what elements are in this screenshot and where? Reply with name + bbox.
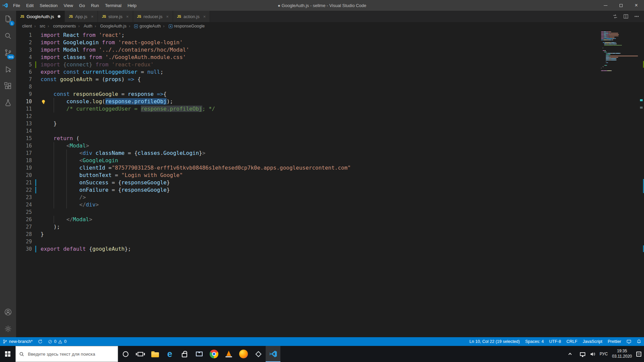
code-line[interactable]: 29 bbox=[16, 238, 644, 245]
tab-googleauth-js[interactable]: JS GoogleAuth.js bbox=[16, 11, 65, 22]
indentation-setting[interactable]: Spaces: 4 bbox=[523, 337, 547, 346]
more-actions-icon[interactable] bbox=[634, 14, 639, 19]
problems-indicator[interactable]: 0 0 bbox=[45, 337, 69, 346]
maximize-icon[interactable] bbox=[613, 0, 629, 11]
extensions-icon[interactable] bbox=[0, 78, 16, 95]
code-line[interactable]: 12 bbox=[16, 113, 644, 120]
code-line[interactable]: 20 buttonText = "Login with Google" bbox=[16, 172, 644, 179]
git-branch-indicator[interactable]: new-branch* bbox=[0, 337, 35, 346]
eol-setting[interactable]: CRLF bbox=[564, 337, 580, 346]
taskbar-search-input[interactable] bbox=[16, 346, 118, 362]
breadcrumb-auth[interactable]: Auth bbox=[76, 24, 92, 28]
encoding-setting[interactable]: UTF-8 bbox=[546, 337, 564, 346]
store-icon[interactable] bbox=[177, 346, 192, 362]
testing-beaker-icon[interactable] bbox=[0, 95, 16, 111]
minimap[interactable] bbox=[601, 32, 639, 72]
menu-run[interactable]: Run bbox=[88, 0, 102, 11]
network-icon[interactable] bbox=[580, 352, 585, 356]
breadcrumb-symbol-googleauth[interactable]: googleAuth bbox=[126, 24, 161, 28]
file-explorer-icon[interactable] bbox=[148, 346, 162, 362]
cursor-position[interactable]: Ln 10, Col 22 (19 selected) bbox=[467, 337, 523, 346]
lightbulb-icon[interactable] bbox=[42, 100, 45, 103]
breadcrumb-client[interactable]: client bbox=[22, 24, 32, 28]
code-line[interactable]: 22 onFailure = {responseGoogle} bbox=[16, 186, 644, 194]
action-center-icon[interactable] bbox=[636, 352, 641, 357]
sync-button[interactable] bbox=[35, 337, 45, 346]
app-diamond-icon[interactable] bbox=[251, 346, 266, 362]
code-line[interactable]: 21 onSuccess = {responseGoogle} bbox=[16, 179, 644, 186]
formatter-indicator[interactable]: Prettier bbox=[605, 337, 624, 346]
code-line[interactable]: 23 /> bbox=[16, 194, 644, 201]
code-line[interactable]: 16 <Modal> bbox=[16, 142, 644, 149]
code-line[interactable]: 1import React from 'react'; bbox=[16, 32, 644, 39]
code-line[interactable]: 3import Modal from '../../containers/hoc… bbox=[16, 46, 644, 54]
close-window-icon[interactable] bbox=[629, 0, 644, 11]
modified-dot-icon[interactable] bbox=[58, 15, 60, 18]
code-line[interactable]: 15 return ( bbox=[16, 135, 644, 142]
code-line[interactable]: 14 bbox=[16, 127, 644, 135]
code-line[interactable]: 5import {connect} from 'react-redux' bbox=[16, 61, 644, 68]
code-line[interactable]: 17 <div className = {classes.GoogleLogin… bbox=[16, 149, 644, 157]
mail-icon[interactable] bbox=[192, 346, 207, 362]
run-debug-icon[interactable] bbox=[0, 61, 16, 78]
minimize-icon[interactable] bbox=[598, 0, 613, 11]
language-indicator[interactable]: РУС bbox=[600, 352, 608, 356]
menu-help[interactable]: Help bbox=[124, 0, 140, 11]
code-line[interactable]: 28} bbox=[16, 231, 644, 238]
tab-store-js[interactable]: JS store.js bbox=[98, 11, 133, 22]
edge-icon[interactable]: e bbox=[162, 346, 177, 362]
close-tab-icon[interactable] bbox=[91, 14, 94, 19]
menu-edit[interactable]: Edit bbox=[23, 0, 37, 11]
menu-file[interactable]: File bbox=[10, 0, 23, 11]
split-editor-icon[interactable] bbox=[623, 14, 629, 19]
explorer-icon[interactable]: 1 bbox=[0, 11, 16, 27]
code-line[interactable]: 27 ); bbox=[16, 223, 644, 231]
account-icon[interactable] bbox=[0, 304, 16, 320]
close-tab-icon[interactable] bbox=[166, 14, 169, 19]
settings-gear-icon[interactable] bbox=[0, 320, 16, 337]
code-line[interactable]: 11 /* currentLoggedUser = response.profi… bbox=[16, 105, 644, 113]
notifications-bell-icon[interactable] bbox=[634, 337, 644, 346]
code-line[interactable]: 24 </div> bbox=[16, 201, 644, 208]
chrome-icon[interactable] bbox=[207, 346, 221, 362]
menu-terminal[interactable]: Terminal bbox=[102, 0, 124, 11]
code-line[interactable]: 6export const currentLoggedUser = null; bbox=[16, 68, 644, 76]
vlc-icon[interactable] bbox=[221, 346, 236, 362]
code-line[interactable]: 30export default {googleAuth}; bbox=[16, 245, 644, 253]
code-lines[interactable]: 1import React from 'react';2import Googl… bbox=[16, 30, 644, 253]
code-line[interactable]: 26 </Modal> bbox=[16, 216, 644, 223]
cortana-icon[interactable] bbox=[118, 346, 133, 362]
breadcrumb-components[interactable]: components bbox=[45, 24, 76, 28]
code-line[interactable]: 25 bbox=[16, 208, 644, 216]
code-editor[interactable]: 1import React from 'react';2import Googl… bbox=[16, 30, 644, 337]
language-mode[interactable]: JavaScript bbox=[580, 337, 605, 346]
firefox-icon[interactable] bbox=[236, 346, 251, 362]
code-line[interactable]: 7const googleAuth = (props) => { bbox=[16, 76, 644, 83]
breadcrumb-symbol-responsegoogle[interactable]: responseGoogle bbox=[161, 24, 205, 28]
vscode-taskbar-icon[interactable] bbox=[266, 346, 280, 362]
hidden-icons-chevron-icon[interactable] bbox=[568, 353, 572, 356]
code-line[interactable]: 10 console.log(response.profileObj); bbox=[16, 98, 644, 105]
close-tab-icon[interactable] bbox=[203, 14, 206, 19]
feedback-icon[interactable] bbox=[624, 337, 634, 346]
menu-view[interactable]: View bbox=[61, 0, 76, 11]
taskbar-search[interactable] bbox=[15, 346, 118, 362]
tab-app-js[interactable]: JS App.js bbox=[65, 11, 98, 22]
code-line[interactable]: 13 } bbox=[16, 120, 644, 127]
task-view-icon[interactable] bbox=[133, 346, 148, 362]
code-line[interactable]: 18 <GoogleLogin bbox=[16, 157, 644, 164]
source-control-icon[interactable]: 341 bbox=[0, 44, 16, 61]
menu-go[interactable]: Go bbox=[76, 0, 88, 11]
breadcrumb-file[interactable]: GoogleAuth.js bbox=[92, 24, 126, 28]
volume-icon[interactable] bbox=[590, 351, 595, 357]
start-button[interactable] bbox=[0, 346, 15, 362]
code-line[interactable]: 2import GoogleLogin from 'react-google-l… bbox=[16, 39, 644, 46]
menu-selection[interactable]: Selection bbox=[37, 0, 60, 11]
open-changes-icon[interactable] bbox=[612, 14, 618, 19]
code-line[interactable]: 8 bbox=[16, 83, 644, 90]
tab-reducer-js[interactable]: JS reducer.js bbox=[133, 11, 173, 22]
code-line[interactable]: 19 clientId ="875779031258-erff1v6tkvb08… bbox=[16, 164, 644, 172]
code-line[interactable]: 9 const responseGoogle = response =>{ bbox=[16, 90, 644, 98]
search-icon[interactable] bbox=[0, 27, 16, 44]
tab-action-js[interactable]: JS action.js bbox=[173, 11, 210, 22]
